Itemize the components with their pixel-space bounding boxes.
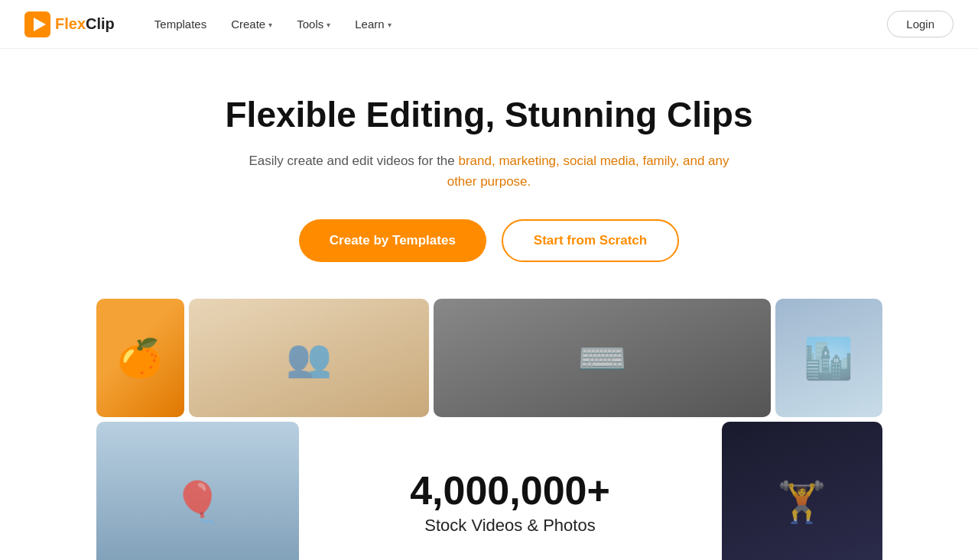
logo[interactable]: FlexClip xyxy=(24,11,115,37)
hero-subtitle: Easily create and edit videos for the br… xyxy=(237,151,742,192)
media-collage: 4,000,000+ Stock Videos & Photos xyxy=(84,299,895,560)
collage-image-balloon xyxy=(96,422,299,560)
collage-row-1 xyxy=(96,299,882,417)
stat-number: 4,000,000+ xyxy=(410,469,610,513)
navbar: FlexClip Templates Create ▾ Tools ▾ Lear… xyxy=(0,0,978,49)
create-by-templates-button[interactable]: Create by Templates xyxy=(299,219,486,262)
collage-image-building xyxy=(775,299,882,417)
nav-item-tools-label: Tools xyxy=(297,18,323,31)
collage-image-athlete xyxy=(722,422,882,560)
hero-section: Flexible Editing, Stunning Clips Easily … xyxy=(0,49,978,560)
logo-text: FlexClip xyxy=(55,15,115,33)
nav-item-templates[interactable]: Templates xyxy=(145,11,216,37)
nav-item-learn-label: Learn xyxy=(355,18,384,31)
nav-item-templates-label: Templates xyxy=(154,18,206,31)
hero-subtitle-highlight: brand, marketing, social media, family, … xyxy=(447,154,729,189)
nav-item-create-label: Create xyxy=(231,18,265,31)
collage-image-orange xyxy=(96,299,184,417)
login-button[interactable]: Login xyxy=(887,11,954,37)
chevron-down-icon: ▾ xyxy=(327,21,330,29)
collage-image-keyboard xyxy=(434,299,770,417)
chevron-down-icon: ▾ xyxy=(268,21,272,29)
hero-buttons: Create by Templates Start from Scratch xyxy=(15,219,963,262)
hero-title: Flexible Editing, Stunning Clips xyxy=(15,95,963,135)
collage-row-2: 4,000,000+ Stock Videos & Photos xyxy=(96,422,882,560)
stat-label: Stock Videos & Photos xyxy=(424,516,595,536)
stats-panel: 4,000,000+ Stock Videos & Photos xyxy=(304,422,717,560)
chevron-down-icon: ▾ xyxy=(388,21,392,29)
collage-image-people xyxy=(189,299,430,417)
flexclip-logo-icon xyxy=(24,11,50,37)
nav-item-create[interactable]: Create ▾ xyxy=(222,11,281,37)
nav-links: Templates Create ▾ Tools ▾ Learn ▾ xyxy=(145,11,887,37)
nav-item-learn[interactable]: Learn ▾ xyxy=(346,11,400,37)
start-from-scratch-button[interactable]: Start from Scratch xyxy=(502,219,679,262)
nav-item-tools[interactable]: Tools ▾ xyxy=(288,11,340,37)
